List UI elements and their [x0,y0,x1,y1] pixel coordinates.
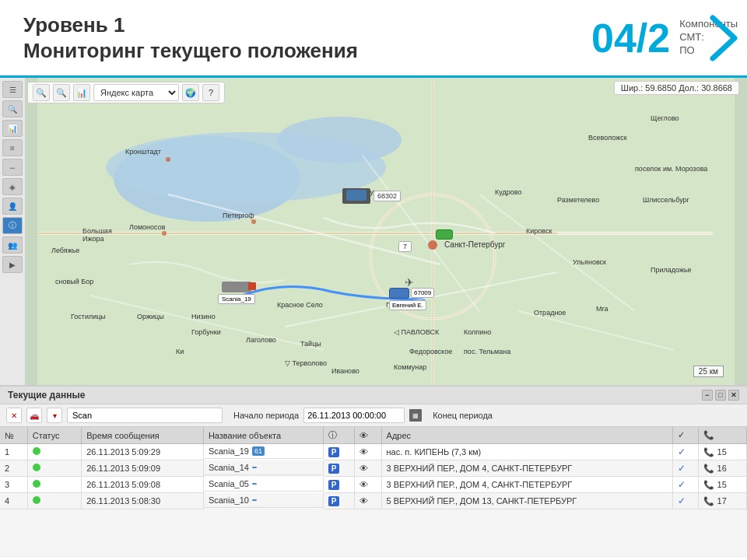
sidebar-info-icon[interactable]: ⓘ [2,217,23,234]
sidebar-route-icon[interactable]: ↔ [2,159,23,176]
filter-clear-btn[interactable]: ✕ [6,408,22,423]
cell-time: 26.11.2013 5:09:08 [82,477,204,493]
marker-truck-68302[interactable]: 68302 [342,188,401,204]
sidebar-layers-icon[interactable]: ☰ [2,81,23,98]
sidebar-geo-icon[interactable]: ◈ [2,178,23,195]
marker-badge-7[interactable]: 7 [398,241,412,252]
sidebar-user-icon[interactable]: 👥 [2,236,23,254]
cell-name: Scania_19 61 [204,444,324,459]
col-phone: 📞 [699,427,747,444]
panel-close-btn[interactable]: ✕ [728,390,739,401]
sidebar-arrow-icon[interactable]: ▶ [2,256,23,273]
cell-num: 4 [0,493,27,509]
zoom-out-button[interactable]: 🔍 [53,84,70,101]
col-eye: 👁 [354,427,381,444]
cell-eye: 👁 [354,444,381,460]
filter-more-btn[interactable]: ▾ [47,408,62,423]
globe-button[interactable]: 🌍 [182,84,199,101]
svg-text:Кудрово: Кудрово [495,188,521,196]
cell-address: 3 ВЕРХНИЙ ПЕР., ДОМ 4, САНКТ-ПЕТЕРБУРГ [381,460,673,477]
header-right: 04/2 Компоненты СМТ: ПО [576,0,747,75]
data-panel-title: Текущие данные [8,390,85,401]
marker-car-evgeniy[interactable]: Евгений Е. 67009 [389,288,426,310]
svg-text:Шлиссельбург: Шлиссельбург [643,196,690,204]
marker-car-green[interactable] [436,229,453,240]
period-end-label: Конец периода [433,411,493,420]
panel-expand-btn[interactable]: □ [715,390,726,401]
cell-eye: 👁 [354,493,381,509]
start-date-cal-btn[interactable]: ▦ [409,409,422,422]
sidebar-list-icon[interactable]: ≡ [2,139,23,156]
svg-text:Кировск: Кировск [526,227,552,235]
cell-status [27,477,81,493]
svg-text:сновый Бор: сновый Бор [55,278,93,285]
svg-point-23 [162,231,167,236]
cell-num: 2 [0,460,27,477]
cell-status [27,444,81,460]
svg-text:Щеглово: Щеглово [651,114,679,122]
map-type-select[interactable]: Яндекс карта [93,84,179,101]
next-slide-button[interactable] [708,11,739,65]
bar-chart-button[interactable]: 📊 [73,84,90,101]
cell-phone: 📞 16 [699,460,747,477]
cell-eye: 👁 [354,477,381,493]
data-panel-header: Текущие данные − □ ✕ [0,387,747,404]
sidebar-search-icon[interactable]: 🔍 [2,100,23,117]
cell-parking: P [324,444,354,460]
svg-text:▽ Терволово: ▽ Терволово [285,359,327,367]
cell-parking: P [324,460,354,477]
svg-text:Кронштадт: Кронштадт [125,148,161,156]
svg-point-19 [166,157,170,162]
cell-parking: P [324,477,354,493]
svg-text:Лаголово: Лаголово [246,336,276,344]
col-status: Статус [27,427,81,444]
svg-text:Приладожье: Приладожье [651,266,692,274]
sidebar-person-icon[interactable]: 👤 [2,198,23,215]
table-row: 4 26.11.2013 5:08:30 Scania_10 P 👁 5 ВЕР… [0,493,747,509]
col-icon1: ⓘ [324,427,354,444]
cell-time: 26.11.2013 5:09:29 [82,444,204,460]
svg-text:◁ ПАВЛОВСК: ◁ ПАВЛОВСК [394,328,440,336]
cell-nav: ✓ [673,460,699,477]
sidebar-chart-icon[interactable]: 📊 [2,120,23,137]
header: Уровень 1 Мониторинг текущего положения … [0,0,747,78]
svg-point-21 [251,219,256,224]
svg-point-17 [428,240,437,250]
svg-text:поселок им. Морозова: поселок им. Морозова [635,165,707,173]
cell-address: 5 ВЕРХНИЙ ПЕР., ДОМ 13, САНКТ-ПЕТЕРБУРГ [381,493,673,509]
svg-text:Ижора: Ижора [82,235,104,243]
svg-text:Санкт-Петербург: Санкт-Петербург [444,240,506,249]
svg-text:Большая: Большая [82,227,112,235]
svg-text:Ломоносов: Ломоносов [129,223,166,231]
svg-text:Тайцы: Тайцы [300,340,321,348]
cell-nav: ✓ [673,444,699,460]
cell-parking: P [324,493,354,509]
svg-text:Колпино: Колпино [464,328,491,336]
map-svg: Санкт-Петербург Кронштадт Петергоф Ломон… [0,78,747,385]
table-row: 3 26.11.2013 5:09:08 Scania_05 P 👁 3 ВЕР… [0,477,747,493]
svg-text:Гостилицы: Гостилицы [71,313,106,320]
cell-name: Scania_10 [204,493,324,508]
search-input[interactable] [67,408,223,423]
svg-text:Ки: Ки [176,348,184,355]
map-scale: 25 км [693,366,724,377]
start-date-input[interactable] [303,408,405,423]
svg-text:Горбунки: Горбунки [191,328,221,336]
help-button[interactable]: ? [202,84,219,101]
panel-minimize-btn[interactable]: − [702,390,713,401]
svg-text:Отрадное: Отрадное [534,309,566,317]
col-nav: ✓ [673,427,699,444]
filter-car-btn[interactable]: 🚗 [26,408,42,423]
coords-display: Шир.: 59.6850 Дол.: 30.8668 [614,81,739,95]
table-header-row: № Статус Время сообщения Название объект… [0,427,747,444]
marker-truck-scania19[interactable]: Scania_19 [218,282,255,304]
map-sidebar: ☰ 🔍 📊 ≡ ↔ ◈ 👤 ⓘ 👥 ▶ [0,78,25,385]
cell-phone: 📞 15 [699,477,747,493]
zoom-in-button[interactable]: 🔍 [33,84,50,101]
data-table: № Статус Время сообщения Название объект… [0,427,747,509]
map-toolbar: 🔍 🔍 📊 Яндекс карта 🌍 ? [27,82,225,103]
header-left: Уровень 1 Мониторинг текущего положения [0,0,576,75]
col-address: Адрес [381,427,673,444]
svg-text:пос. Тельмана: пос. Тельмана [464,348,510,355]
cell-time: 26.11.2013 5:08:30 [82,493,204,509]
